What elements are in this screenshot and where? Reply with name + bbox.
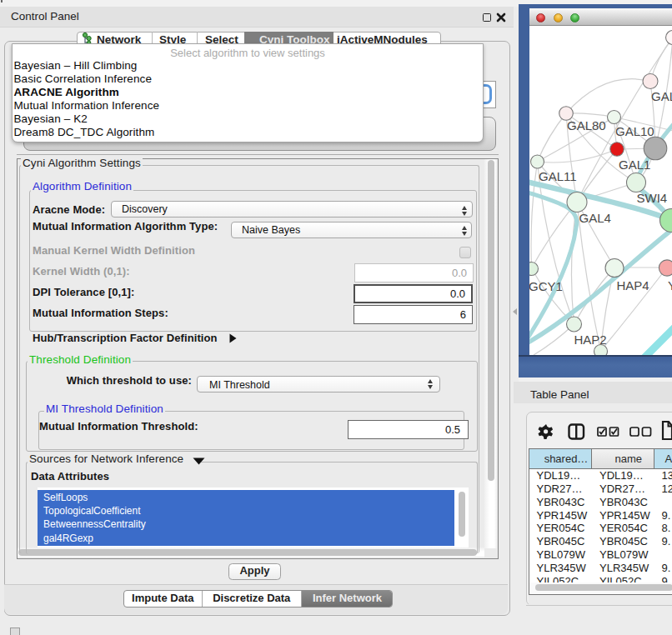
svg-text:GAL4: GAL4 <box>579 211 610 225</box>
svg-text:GAL80: GAL80 <box>567 118 606 132</box>
svg-text:Y: Y <box>668 278 672 292</box>
svg-text:GCY1: GCY1 <box>529 279 563 293</box>
svg-text:GAL10: GAL10 <box>615 124 654 138</box>
svg-text:HAP4: HAP4 <box>616 278 649 292</box>
svg-text:SWI4: SWI4 <box>636 191 667 205</box>
svg-text:GAL11: GAL11 <box>539 169 577 183</box>
svg-text:HAP2: HAP2 <box>574 332 606 347</box>
svg-text:GAL7: GAL7 <box>651 89 672 103</box>
svg-text:GAL1: GAL1 <box>619 158 650 172</box>
